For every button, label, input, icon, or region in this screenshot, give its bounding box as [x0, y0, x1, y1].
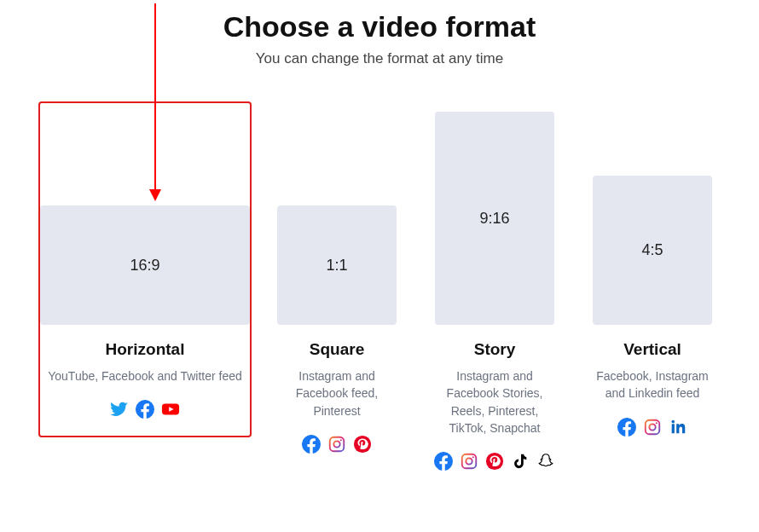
- format-preview-wrap: 16:9: [40, 103, 250, 325]
- format-info: Vertical Facebook, Instagram and Linkedi…: [586, 325, 719, 454]
- format-option-vertical[interactable]: 4:5 Vertical Facebook, Instagram and Lin…: [584, 101, 721, 455]
- format-option-horizontal[interactable]: 16:9 Horizontal YouTube, Facebook and Tw…: [38, 101, 252, 437]
- svg-point-6: [466, 459, 472, 465]
- format-desc: Instagram and Facebook Stories, Reels, P…: [431, 367, 559, 437]
- page-title: Choose a video format: [0, 10, 759, 43]
- instagram-icon: [327, 435, 346, 457]
- svg-point-7: [472, 456, 474, 458]
- format-desc: Facebook, Instagram and Linkedin feed: [593, 367, 712, 402]
- svg-rect-9: [646, 419, 660, 434]
- format-option-square[interactable]: 1:1 Square Instagram and Facebook feed, …: [269, 101, 405, 472]
- format-option-story[interactable]: 9:16 Story Instagram and Facebook Storie…: [422, 101, 567, 489]
- format-name: Story: [431, 340, 559, 359]
- facebook-icon: [617, 418, 636, 440]
- linkedin-icon: [669, 418, 687, 440]
- aspect-ratio-label: 1:1: [326, 257, 347, 275]
- format-name: Horizontal: [48, 340, 242, 359]
- twitter-icon: [110, 400, 129, 422]
- format-preview: 4:5: [593, 176, 712, 325]
- facebook-icon: [136, 400, 154, 422]
- svg-point-3: [340, 439, 342, 441]
- format-desc: YouTube, Facebook and Twitter feed: [48, 367, 242, 385]
- format-info: Square Instagram and Facebook feed, Pint…: [270, 325, 403, 471]
- format-icons: [431, 452, 559, 474]
- aspect-ratio-label: 9:16: [479, 210, 509, 228]
- svg-point-2: [333, 441, 339, 447]
- format-info: Horizontal YouTube, Facebook and Twitter…: [41, 325, 249, 436]
- instagram-icon: [643, 418, 662, 440]
- aspect-ratio-label: 16:9: [130, 257, 159, 275]
- format-preview-wrap: 4:5: [586, 103, 719, 325]
- facebook-icon: [302, 435, 321, 457]
- youtube-icon: [161, 400, 180, 422]
- pinterest-icon: [353, 435, 372, 457]
- format-name: Vertical: [593, 340, 712, 359]
- format-icons: [277, 435, 397, 457]
- format-grid: 16:9 Horizontal YouTube, Facebook and Tw…: [0, 101, 759, 489]
- page-subtitle: You can change the format at any time: [0, 50, 759, 67]
- tiktok-icon: [511, 452, 530, 474]
- format-icons: [593, 418, 712, 440]
- facebook-icon: [434, 452, 453, 474]
- format-preview-wrap: 1:1: [270, 103, 403, 325]
- format-preview: 9:16: [435, 112, 554, 325]
- format-preview-wrap: 9:16: [424, 103, 565, 325]
- format-info: Story Instagram and Facebook Stories, Re…: [424, 325, 565, 488]
- svg-point-10: [649, 424, 655, 430]
- format-icons: [48, 400, 242, 422]
- svg-rect-1: [330, 437, 345, 452]
- svg-point-11: [656, 422, 658, 424]
- svg-rect-5: [462, 454, 477, 469]
- format-preview: 16:9: [40, 205, 250, 325]
- format-preview: 1:1: [277, 205, 397, 325]
- aspect-ratio-label: 4:5: [641, 241, 663, 259]
- format-name: Square: [277, 340, 397, 359]
- instagram-icon: [460, 452, 478, 474]
- snapchat-icon: [536, 452, 555, 474]
- pinterest-icon: [485, 452, 504, 474]
- format-desc: Instagram and Facebook feed, Pinterest: [277, 367, 397, 419]
